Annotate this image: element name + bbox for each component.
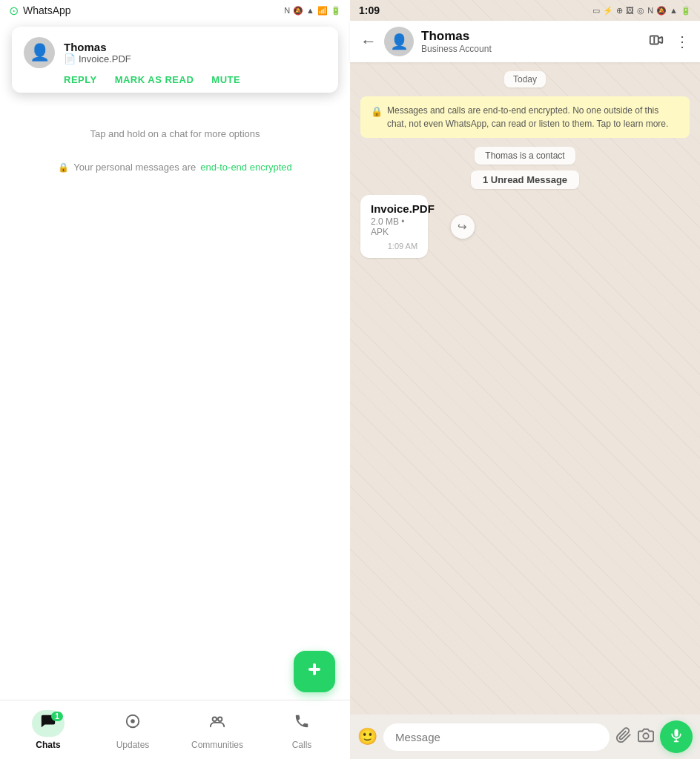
wifi-right-icon: ▲ [670, 6, 678, 15]
more-options-icon[interactable]: ⋮ [675, 33, 690, 50]
notif-header: 👤 Thomas 📄 Invoice.PDF [24, 37, 326, 68]
silent-right-icon: 🔕 [656, 6, 667, 16]
right-panel: 1:09 ▭ ⚡ ⊕ 🖼 ◎ N 🔕 ▲ 🔋 ← 👤 Thomas Busine… [350, 0, 700, 759]
back-button[interactable]: ← [360, 32, 377, 51]
message-input[interactable] [383, 723, 610, 751]
svg-point-3 [131, 719, 135, 723]
video-call-icon[interactable] [648, 32, 664, 52]
date-chip: Today [504, 71, 546, 87]
chat-header-actions: ⋮ [648, 32, 690, 52]
encryption-link[interactable]: end-to-end encrypted [200, 162, 292, 173]
chat-contact-subtitle: Business Account [421, 44, 641, 54]
attach-button[interactable] [615, 727, 632, 747]
mic-icon [669, 728, 684, 746]
notif-avatar: 👤 [24, 37, 55, 68]
right-time: 1:09 [359, 4, 380, 16]
svg-point-4 [213, 717, 217, 721]
bubble-time: 1:09 AM [371, 242, 417, 251]
message-row: Invoice.PDF 2.0 MB • APK 1:09 AM ↪ [360, 195, 445, 258]
chat-input-bar: 🙂 [350, 715, 700, 759]
reply-button[interactable]: REPLY [64, 74, 97, 85]
whatsapp-logo-icon: ⊙ [9, 4, 19, 18]
right-status-icons: ▭ ⚡ ⊕ 🖼 ◎ N 🔕 ▲ 🔋 [592, 6, 691, 16]
updates-icon [125, 713, 141, 734]
chat-title-block: Thomas Business Account [421, 29, 641, 54]
avatar-person-icon: 👤 [30, 43, 50, 62]
flash-icon: ⚡ [603, 6, 613, 16]
notif-sender-name: Thomas [64, 41, 131, 53]
notification-popup: 👤 Thomas 📄 Invoice.PDF REPLY MARK AS REA… [12, 27, 338, 93]
nav-item-calls[interactable]: Calls [260, 710, 344, 750]
left-panel: ⊙ WhatsApp N 🔕 ▲ 📶 🔋 👤 Thomas 📄 Invoice.… [0, 0, 350, 759]
app-name-bar: ⊙ WhatsApp [9, 4, 71, 18]
left-status-bar: ⊙ WhatsApp N 🔕 ▲ 📶 🔋 [0, 0, 350, 21]
bottom-nav: 1 Chats Updates [0, 700, 350, 759]
battery-icon: 🔋 [331, 6, 341, 16]
nfc-icon: N [284, 6, 290, 15]
wifi-icon: ▲ [306, 6, 314, 15]
camera-button[interactable] [638, 727, 654, 747]
banner-lock-icon: 🔒 [371, 105, 383, 119]
notif-actions: REPLY MARK AS READ MUTE [24, 74, 326, 85]
forward-icon: ↪ [458, 220, 467, 233]
chats-icon-wrap: 1 [32, 710, 65, 737]
calls-label: Calls [292, 740, 312, 750]
mark-as-read-button[interactable]: MARK AS READ [115, 74, 194, 85]
svg-rect-1 [308, 668, 320, 671]
nav-item-communities[interactable]: Communities [175, 710, 260, 750]
updates-label: Updates [116, 740, 150, 750]
nfc-right-icon: N [647, 6, 653, 15]
communities-icon [209, 713, 225, 734]
encryption-note: 🔒 Your personal messages are end-to-end … [58, 162, 292, 173]
calls-icon-wrap [285, 710, 318, 737]
tap-hint: Tap and hold on a chat for more options [90, 128, 260, 139]
lock-icon: 🔒 [58, 162, 69, 173]
silent-icon: 🔕 [293, 6, 303, 16]
encryption-banner-text: Messages and calls are end-to-end encryp… [387, 104, 679, 130]
communities-icon-wrap [201, 710, 234, 737]
nav-item-chats[interactable]: 1 Chats [6, 710, 90, 750]
unread-divider: 1 Unread Message [471, 170, 579, 189]
mute-button[interactable]: MUTE [211, 74, 240, 85]
forward-button[interactable]: ↪ [451, 215, 475, 239]
globe-icon: ⊕ [616, 6, 623, 16]
encryption-banner[interactable]: 🔒 Messages and calls are end-to-end encr… [360, 96, 690, 138]
svg-point-5 [218, 717, 222, 721]
communities-label: Communities [191, 740, 243, 750]
screen-icon: ▭ [592, 6, 600, 16]
left-status-icons: N 🔕 ▲ 📶 🔋 [284, 6, 341, 16]
left-body: Tap and hold on a chat for more options … [0, 99, 350, 700]
emoji-button[interactable]: 🙂 [357, 727, 377, 746]
chat-header: ← 👤 Thomas Business Account ⋮ [350, 21, 700, 62]
file-icon: 📄 [64, 53, 76, 64]
right-status-bar: 1:09 ▭ ⚡ ⊕ 🖼 ◎ N 🔕 ▲ 🔋 [350, 0, 700, 21]
chats-label: Chats [36, 740, 60, 750]
encryption-prefix: Your personal messages are [73, 162, 196, 173]
signal-icon: 📶 [317, 6, 328, 16]
notif-content: Thomas 📄 Invoice.PDF [64, 41, 131, 64]
svg-point-7 [643, 733, 648, 738]
notif-file-name: Invoice.PDF [79, 53, 131, 64]
contact-avatar-icon: 👤 [390, 33, 409, 50]
chat-contact-avatar: 👤 [384, 27, 414, 56]
message-bubble[interactable]: Invoice.PDF 2.0 MB • APK 1:09 AM [360, 195, 428, 258]
chat-messages-area: Today 🔒 Messages and calls are end-to-en… [350, 62, 700, 715]
chats-badge: 1 [51, 712, 63, 721]
camera-status-icon: ◎ [637, 6, 644, 16]
updates-icon-wrap [116, 710, 149, 737]
bubble-file-meta: 2.0 MB • APK [371, 216, 417, 237]
notif-file: 📄 Invoice.PDF [64, 53, 131, 64]
bubble-file-name: Invoice.PDF [371, 202, 417, 215]
chat-contact-name: Thomas [421, 29, 641, 44]
app-title: WhatsApp [23, 4, 71, 16]
nav-item-updates[interactable]: Updates [90, 710, 175, 750]
contact-chip: Thomas is a contact [475, 147, 575, 165]
new-chat-fab[interactable] [294, 651, 335, 692]
image-icon: 🖼 [626, 6, 634, 15]
battery-right-icon: 🔋 [681, 6, 691, 16]
calls-icon [294, 713, 310, 734]
mic-button[interactable] [660, 720, 693, 753]
new-chat-icon [306, 660, 323, 683]
svg-rect-8 [675, 729, 678, 736]
